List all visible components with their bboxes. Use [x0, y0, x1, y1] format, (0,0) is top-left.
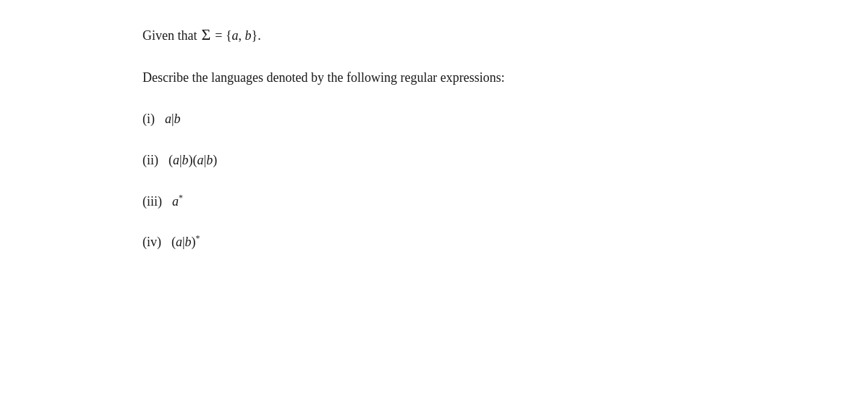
item-ii: (ii) (a|b)(a|b): [142, 150, 726, 171]
item-iii-expression: a*: [172, 191, 183, 212]
item-iv-label: (iv): [142, 232, 161, 253]
item-i: (i) a|b: [142, 109, 726, 130]
item-i-label: (i): [142, 109, 155, 130]
main-content: Given that Σ = {a, b}. Describe the lang…: [0, 0, 868, 295]
item-iii-label: (iii): [142, 191, 162, 212]
item-ii-label: (ii): [142, 150, 158, 171]
item-ii-expression: (a|b)(a|b): [169, 150, 217, 171]
intro-prefix: Given that: [142, 25, 197, 46]
description-line: Describe the languages denoted by the fo…: [142, 67, 726, 88]
intro-suffix: = {a, b}.: [215, 25, 260, 46]
sigma-symbol: Σ: [201, 22, 210, 47]
item-iv-expression: (a|b)*: [171, 232, 200, 253]
item-iv: (iv) (a|b)*: [142, 232, 726, 253]
item-i-expression: a|b: [165, 109, 181, 130]
item-iii: (iii) a*: [142, 191, 726, 212]
description-text: Describe the languages denoted by the fo…: [142, 70, 505, 85]
intro-line: Given that Σ = {a, b}.: [142, 22, 726, 47]
